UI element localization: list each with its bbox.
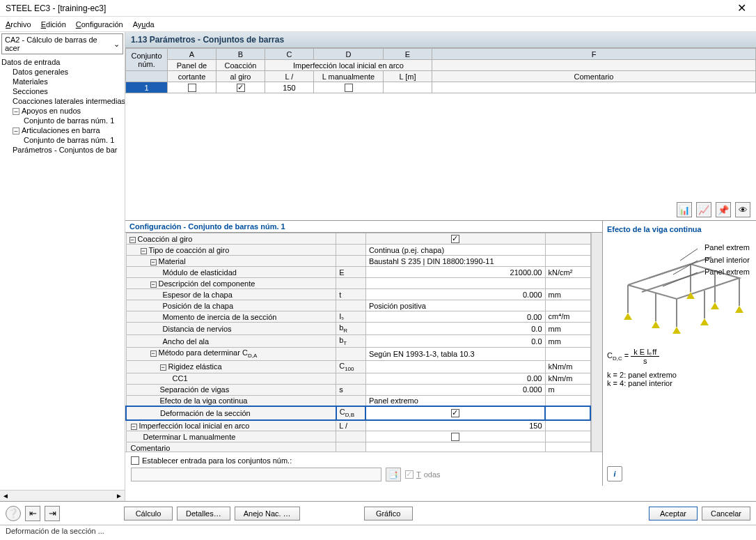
calculo-button[interactable]: Cálculo [124, 507, 173, 520]
v-scrollbar[interactable] [591, 233, 602, 452]
detalles-button[interactable]: Detalles… [177, 507, 230, 520]
menu-ayuda[interactable]: Ayuda [133, 20, 155, 29]
left-pane: CA2 - Cálculo de barras de acer ⌄ Datos … [0, 32, 125, 501]
cell-b1[interactable] [216, 82, 265, 93]
svg-marker-0 [624, 313, 632, 320]
prev-button[interactable]: ⇤ [25, 506, 40, 521]
svg-text:Panel extremo: Panel extremo [704, 268, 750, 276]
cell-e1[interactable] [384, 82, 432, 93]
formula: CD,C = k E Iₑff s [607, 348, 752, 365]
cancelar-button[interactable]: Cancelar [702, 507, 750, 520]
establish-input[interactable] [131, 468, 381, 481]
status-bar: Deformación de la sección ... [0, 525, 756, 539]
window-title: STEEL EC3 - [training-ec3] [6, 3, 733, 13]
establish-checkbox[interactable]: Establecer entrada para los conjuntos nú… [131, 456, 597, 465]
cell-f1[interactable] [432, 82, 756, 93]
svg-marker-5 [711, 302, 719, 309]
info-button[interactable]: i [607, 466, 622, 481]
svg-marker-3 [700, 318, 709, 325]
excel-export-icon[interactable]: 📊 [677, 202, 692, 217]
todas-checkbox[interactable]: Todas [405, 470, 441, 479]
tree-item[interactable]: Parámetros - Conjuntos de bar [1, 145, 123, 155]
scroll-right-icon[interactable]: ► [113, 491, 125, 502]
grafico-button[interactable]: Gráfico [364, 507, 413, 520]
h-scrollbar[interactable]: ◄ ► [0, 490, 125, 501]
case-combo[interactable]: CA2 - Cálculo de barras de acer ⌄ [1, 33, 123, 54]
top-grid[interactable]: Conjuntonúm. A B C D E F Panel deCoacció… [125, 48, 756, 221]
svg-marker-2 [672, 327, 681, 334]
next-button[interactable]: ⇥ [45, 506, 60, 521]
selected-row: Deformación de la secciónCD,B [126, 406, 590, 419]
expander-icon[interactable]: – [13, 108, 19, 115]
tree-root[interactable]: Datos de entrada [1, 57, 123, 67]
svg-line-11 [673, 261, 698, 275]
pin-icon[interactable]: 📌 [716, 202, 731, 217]
config-title: Configuración - Conjunto de barras núm. … [125, 221, 602, 233]
side-title: Efecto de la viga continua [607, 225, 752, 233]
row-1-num[interactable]: 1 [126, 82, 168, 93]
tree-item[interactable]: Materiales [1, 77, 123, 86]
title-bar: STEEL EC3 - [training-ec3] ✕ [0, 0, 756, 17]
tree-apoyos[interactable]: –Apoyos en nudos [1, 106, 123, 116]
panel-title: 1.13 Parámetros - Conjuntos de barras [125, 32, 756, 48]
property-grid[interactable]: −Coacción al giro −Tipo de coacción al g… [125, 233, 591, 452]
k2-label: k = 2: panel extremo [607, 371, 752, 379]
svg-text:Panel extremo: Panel extremo [704, 243, 750, 252]
cell-a1[interactable] [168, 82, 216, 93]
config-pane: Configuración - Conjunto de barras núm. … [125, 221, 603, 486]
bottom-bar: ❔ ⇤ ⇥ Cálculo Detalles… Anejo Nac. … Grá… [0, 501, 756, 525]
svg-line-10 [680, 249, 698, 261]
combo-label: CA2 - Cálculo de barras de acer [5, 36, 113, 52]
menu-archivo[interactable]: Archivo [6, 20, 31, 29]
aceptar-button[interactable]: Aceptar [649, 507, 698, 520]
svg-line-12 [663, 272, 698, 286]
nav-tree[interactable]: Datos de entrada Datos generales Materia… [0, 56, 125, 490]
close-icon[interactable]: ✕ [733, 1, 750, 15]
svg-text:Panel interior: Panel interior [704, 256, 750, 264]
cell-c1[interactable]: 150 [265, 82, 314, 93]
menu-edicion[interactable]: Edición [41, 20, 66, 29]
chevron-down-icon: ⌄ [113, 40, 120, 49]
anejo-button[interactable]: Anejo Nac. … [235, 507, 300, 520]
cell-d1[interactable] [314, 82, 384, 93]
tree-item[interactable]: Datos generales [1, 67, 123, 77]
k4-label: k = 4: panel interior [607, 379, 752, 387]
tree-item[interactable]: Coacciones laterales intermedias [1, 96, 123, 106]
scroll-left-icon[interactable]: ◄ [0, 491, 11, 502]
menu-config[interactable]: Configuración [76, 20, 123, 29]
help-button[interactable]: ❔ [6, 506, 21, 521]
svg-marker-4 [735, 306, 743, 313]
tree-artic[interactable]: –Articulaciones en barra [1, 125, 123, 135]
side-panel: Efecto de la viga continua Panel extrem [603, 221, 756, 486]
svg-marker-1 [652, 321, 660, 328]
tree-item[interactable]: Conjunto de barras núm. 1 [1, 135, 123, 145]
right-pane: 1.13 Parámetros - Conjuntos de barras Co… [125, 32, 756, 501]
beam-diagram: Panel extremo Panel interior Panel extre… [607, 236, 752, 462]
expander-icon[interactable]: – [13, 128, 19, 134]
pick-button[interactable]: 📑 [386, 468, 401, 481]
eye-icon[interactable]: 👁 [735, 202, 750, 217]
tree-item[interactable]: Secciones [1, 86, 123, 96]
excel-import-icon[interactable]: 📈 [696, 202, 711, 217]
menu-bar: Archivo Edición Configuración Ayuda [0, 17, 756, 32]
tree-item[interactable]: Conjunto de barras núm. 1 [1, 116, 123, 125]
